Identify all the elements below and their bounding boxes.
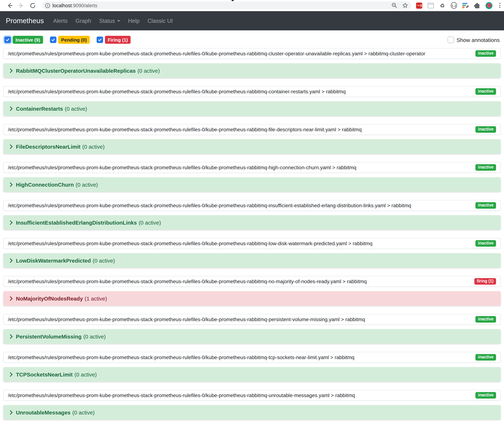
chevron-right-icon	[8, 68, 12, 73]
extensions-row: ♻ {...} ∞	[416, 2, 500, 9]
firing-badge[interactable]: Firing (1)	[105, 36, 131, 44]
chevron-right-icon	[8, 334, 12, 339]
rule-group-block: /etc/prometheus/rules/prometheus-prom-ku…	[3, 86, 501, 116]
prometheus-navbar: Prometheus Alerts Graph Status Help Clas…	[0, 11, 504, 30]
rule-name: PersistentVolumeMissing	[16, 333, 81, 339]
chevron-right-icon	[8, 258, 12, 263]
nav-alerts[interactable]: Alerts	[50, 18, 70, 24]
rule-file-path: /etc/prometheus/rules/prometheus-prom-ku…	[8, 240, 372, 246]
rule-active-count: (0 active)	[82, 143, 105, 149]
browser-menu-icon[interactable]	[499, 3, 500, 8]
rule-group-block: /etc/prometheus/rules/prometheus-prom-ku…	[3, 390, 501, 420]
browser-toolbar: localhost:9090/alerts ♻ {...} ∞	[0, 0, 504, 11]
browser-window: localhost:9090/alerts ♻ {...} ∞ Promethe…	[0, 0, 504, 430]
rule-file-path: /etc/prometheus/rules/prometheus-prom-ku…	[8, 354, 354, 360]
rule-state-badge: inactive	[475, 126, 496, 133]
nav-graph[interactable]: Graph	[73, 18, 94, 24]
filter-firing[interactable]: Firing (1)	[96, 36, 131, 44]
nav-status[interactable]: Status	[96, 18, 123, 24]
rule-name: InsufficientEstablishedErlangDistributio…	[16, 219, 137, 226]
rule-file-row: /etc/prometheus/rules/prometheus-prom-ku…	[3, 162, 501, 173]
info-icon[interactable]	[45, 3, 50, 8]
tab-strip-fragment	[232, 0, 234, 1]
rule-name: NoMajorityOfNodesReady	[16, 295, 83, 301]
show-annotations-checkbox[interactable]	[447, 36, 454, 43]
pending-badge[interactable]: Pending (0)	[58, 36, 90, 44]
rule-group-block: /etc/prometheus/rules/prometheus-prom-ku…	[3, 352, 501, 382]
rule-file-row: /etc/prometheus/rules/prometheus-prom-ku…	[3, 124, 501, 135]
rule-group-block: /etc/prometheus/rules/prometheus-prom-ku…	[3, 276, 501, 306]
rule-file-path: /etc/prometheus/rules/prometheus-prom-ku…	[8, 165, 356, 170]
rule-group-block: /etc/prometheus/rules/prometheus-prom-ku…	[3, 314, 501, 343]
rule-active-count: (1 active)	[85, 295, 107, 301]
forward-icon[interactable]	[18, 2, 24, 9]
profile-avatar[interactable]	[486, 2, 492, 9]
address-bar[interactable]: localhost:9090/alerts	[42, 1, 411, 9]
rule-state-badge: inactive	[475, 316, 496, 323]
show-annotations-control[interactable]: Show annotations	[447, 36, 500, 43]
filter-inactive[interactable]: Inactive (9)	[4, 36, 43, 44]
rule-state-badge: inactive	[475, 392, 496, 399]
rule-group-block: /etc/prometheus/rules/prometheus-prom-ku…	[3, 48, 501, 78]
zoom-out-icon[interactable]	[391, 2, 397, 8]
rule-active-count: (0 active)	[93, 257, 115, 263]
braces-extension-icon[interactable]: {...}	[451, 2, 457, 9]
chevron-right-icon	[8, 144, 12, 149]
back-icon[interactable]	[6, 2, 13, 9]
rule-group-row[interactable]: NoMajorityOfNodesReady (1 active)	[3, 291, 501, 306]
extensions-puzzle-icon[interactable]	[474, 2, 480, 9]
pending-checkbox[interactable]	[50, 36, 56, 43]
rule-state-badge: inactive	[475, 202, 496, 209]
rule-file-row: /etc/prometheus/rules/prometheus-prom-ku…	[3, 238, 501, 249]
inactive-badge[interactable]: Inactive (9)	[13, 36, 43, 44]
rule-group-row[interactable]: HighConnectionChurn (0 active)	[3, 177, 501, 192]
rule-group-row[interactable]: ContainerRestarts (0 active)	[3, 101, 501, 116]
rule-file-path: /etc/prometheus/rules/prometheus-prom-ku…	[8, 127, 362, 132]
brand-prometheus[interactable]: Prometheus	[6, 17, 44, 25]
rule-file-path: /etc/prometheus/rules/prometheus-prom-ku…	[8, 279, 367, 284]
rule-state-badge: firing (1)	[474, 278, 496, 285]
rule-file-row: /etc/prometheus/rules/prometheus-prom-ku…	[3, 48, 501, 59]
rule-group-row[interactable]: LowDiskWatermarkPredicted (0 active)	[3, 253, 501, 268]
rule-active-count: (0 active)	[65, 105, 87, 112]
recycle-extension-icon[interactable]: ♻	[439, 2, 445, 9]
chevron-right-icon	[8, 220, 12, 225]
rule-groups-list: /etc/prometheus/rules/prometheus-prom-ku…	[3, 48, 501, 420]
rule-name: LowDiskWatermarkPredicted	[16, 257, 91, 263]
rule-group-block: /etc/prometheus/rules/prometheus-prom-ku…	[3, 238, 501, 268]
rule-name: RabbitMQClusterOperatorUnavailableReplic…	[16, 67, 136, 74]
rule-name: UnroutableMessages	[16, 409, 71, 415]
firing-checkbox[interactable]	[96, 36, 103, 43]
nav-help[interactable]: Help	[125, 18, 143, 24]
filter-row: Inactive (9) Pending (0) Firing (1) Show…	[4, 36, 500, 44]
rule-file-path: /etc/prometheus/rules/prometheus-prom-ku…	[8, 392, 355, 398]
rule-group-block: /etc/prometheus/rules/prometheus-prom-ku…	[3, 200, 501, 230]
rule-name: ContainerRestarts	[16, 105, 63, 112]
bookmark-star-icon[interactable]	[402, 2, 408, 8]
chart-link-extension-icon[interactable]: ∞	[462, 2, 468, 9]
rule-active-count: (0 active)	[83, 333, 106, 339]
rule-file-row: /etc/prometheus/rules/prometheus-prom-ku…	[3, 276, 501, 287]
rule-name: TCPSocketsNearLimit	[16, 371, 72, 377]
rule-group-row[interactable]: InsufficientEstablishedErlangDistributio…	[3, 215, 501, 230]
rule-file-row: /etc/prometheus/rules/prometheus-prom-ku…	[3, 314, 501, 325]
lastpass-extension-icon[interactable]	[416, 2, 422, 9]
rule-group-row[interactable]: RabbitMQClusterOperatorUnavailableReplic…	[3, 63, 501, 78]
inactive-checkbox[interactable]	[4, 36, 11, 43]
rule-name: FileDescriptorsNearLimit	[16, 143, 81, 149]
rule-group-row[interactable]: FileDescriptorsNearLimit (0 active)	[3, 139, 501, 154]
rule-file-path: /etc/prometheus/rules/prometheus-prom-ku…	[8, 51, 425, 56]
rule-group-row[interactable]: TCPSocketsNearLimit (0 active)	[3, 367, 501, 382]
filter-pending[interactable]: Pending (0)	[50, 36, 90, 44]
alerts-page: Inactive (9) Pending (0) Firing (1) Show…	[0, 36, 504, 420]
rule-active-count: (0 active)	[76, 181, 98, 187]
rule-state-badge: inactive	[475, 164, 496, 171]
reload-icon[interactable]	[29, 2, 36, 9]
window-extension-icon[interactable]	[428, 2, 434, 9]
url-text[interactable]: localhost:9090/alerts	[53, 3, 97, 8]
rule-group-row[interactable]: PersistentVolumeMissing (0 active)	[3, 329, 501, 343]
nav-classic-ui[interactable]: Classic UI	[144, 18, 176, 24]
rule-group-row[interactable]: UnroutableMessages (0 active)	[3, 405, 501, 420]
rule-file-path: /etc/prometheus/rules/prometheus-prom-ku…	[8, 202, 411, 208]
rule-active-count: (0 active)	[139, 219, 161, 226]
